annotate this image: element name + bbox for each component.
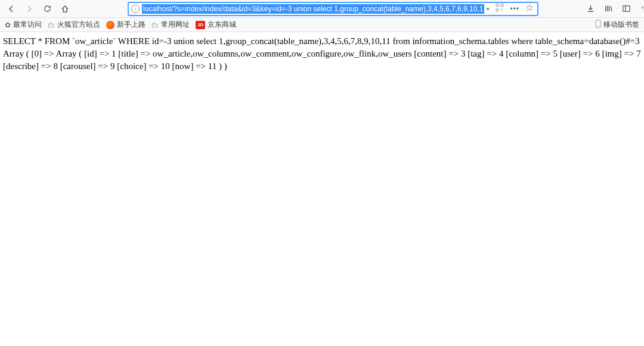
bookmarks-left: ✿ 最常访问 🗀 火狐官方站点 新手上路 🗀 常用网址 JD 京东商城 xyxy=(5,20,236,30)
url-tail: ▾ ••• xyxy=(487,4,535,14)
bookmark-firefox-official[interactable]: 🗀 火狐官方站点 xyxy=(48,20,100,30)
url-container: i localhost/?s=index/index/data&id=3&key… xyxy=(128,2,538,16)
mobile-icon xyxy=(595,20,601,30)
forward-button[interactable] xyxy=(21,1,37,17)
bookmark-most-visited[interactable]: ✿ 最常访问 xyxy=(5,20,42,30)
firefox-icon xyxy=(106,21,114,29)
downloads-icon[interactable] xyxy=(584,3,596,15)
bookmark-getting-started[interactable]: 新手上路 xyxy=(106,20,145,30)
bookmark-label: 京东商城 xyxy=(208,20,236,30)
bookmark-star-icon[interactable] xyxy=(525,4,534,14)
url-text[interactable]: localhost/?s=index/index/data&id=3&key=i… xyxy=(142,4,484,14)
toolbar-right xyxy=(584,3,644,15)
reload-button[interactable] xyxy=(39,1,55,17)
jd-icon: JD xyxy=(196,21,205,29)
svg-rect-2 xyxy=(496,9,499,11)
bookmark-label: 火狐官方站点 xyxy=(57,20,100,30)
bookmarks-bar: ✿ 最常访问 🗀 火狐官方站点 新手上路 🗀 常用网址 JD 京东商城 移动版书… xyxy=(0,18,644,32)
folder-icon: 🗀 xyxy=(151,21,159,29)
site-info-icon[interactable]: i xyxy=(131,5,140,13)
page-content: SELECT * FROM `ow_article` WHERE id=-3 u… xyxy=(0,32,644,76)
sidebar-icon[interactable] xyxy=(620,3,632,15)
bookmark-label: 常用网址 xyxy=(161,20,190,30)
navigation-bar: i localhost/?s=index/index/data&id=3&key… xyxy=(0,0,644,18)
history-dropdown-icon[interactable]: ▾ xyxy=(487,6,490,12)
svg-rect-0 xyxy=(496,4,499,7)
url-bar[interactable]: i localhost/?s=index/index/data&id=3&key… xyxy=(128,2,538,16)
undo-icon[interactable] xyxy=(638,3,644,15)
folder-icon: 🗀 xyxy=(48,21,55,29)
home-button[interactable] xyxy=(57,1,73,17)
svg-rect-3 xyxy=(501,9,502,10)
library-icon[interactable] xyxy=(602,3,614,15)
svg-rect-1 xyxy=(501,4,503,7)
page-body-text: SELECT * FROM `ow_article` WHERE id=-3 u… xyxy=(3,36,641,71)
qr-icon[interactable] xyxy=(496,4,504,14)
bookmark-label: 新手上路 xyxy=(117,20,145,30)
bookmark-mobile[interactable]: 移动版书签 xyxy=(595,20,639,30)
svg-rect-4 xyxy=(503,11,503,11)
back-button[interactable] xyxy=(4,1,19,17)
gear-icon: ✿ xyxy=(5,21,11,29)
page-actions-icon[interactable]: ••• xyxy=(510,5,519,13)
bookmark-jd[interactable]: JD 京东商城 xyxy=(196,20,236,30)
svg-rect-5 xyxy=(623,6,629,11)
bookmark-label: 最常访问 xyxy=(13,20,42,30)
svg-point-11 xyxy=(597,26,599,27)
mobile-bookmarks-label: 移动版书签 xyxy=(603,20,639,30)
bookmark-common-sites[interactable]: 🗀 常用网址 xyxy=(151,20,190,30)
nav-controls xyxy=(4,1,73,17)
